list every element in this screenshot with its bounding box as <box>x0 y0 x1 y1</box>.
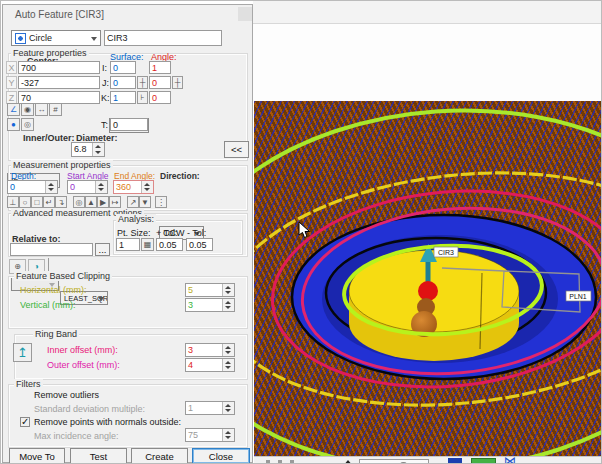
path-icon-2[interactable]: ○ <box>19 196 31 208</box>
angle-glyph: ∠ <box>10 105 17 114</box>
plane-id-label[interactable]: PLN1 <box>566 291 591 301</box>
plus-tol-input[interactable]: 0.05 <box>156 238 183 251</box>
move-to-button[interactable]: Move To <box>9 448 65 464</box>
depth-spinner[interactable]: 0 <box>7 180 58 194</box>
incidence-label: Max incidence angle: <box>34 431 119 441</box>
vector-mode-icon[interactable]: ∠ <box>7 103 20 116</box>
center-x-input[interactable]: 700 <box>18 61 100 74</box>
axis-y-label: Y <box>6 76 17 89</box>
relative-to-input[interactable] <box>10 243 93 256</box>
analysis-label: Analysis: <box>116 214 156 224</box>
close-button[interactable]: Close <box>192 448 250 464</box>
toolbar-dot-icon[interactable] <box>266 460 270 464</box>
width-mode-icon[interactable]: ↔ <box>35 103 48 116</box>
green-status-box[interactable] <box>471 458 496 464</box>
angle-1-input[interactable]: 1 <box>149 61 171 74</box>
angle-1-value: 1 <box>152 63 157 73</box>
probe-flag-icon[interactable]: ⋈ <box>504 456 516 464</box>
surface-flip-button[interactable]: ┼ <box>137 76 148 89</box>
point-mode-icon[interactable]: ◉ <box>21 103 34 116</box>
path-glyph-3: □ <box>35 198 40 207</box>
surface-j-value: 0 <box>113 78 118 88</box>
end-angle-value: 360 <box>114 181 141 193</box>
pt-size-label: Pt. Size: <box>117 228 151 238</box>
arrows-glyph: ↔ <box>38 105 46 114</box>
titlebar-button[interactable] <box>238 7 252 21</box>
path-icon-7[interactable]: ▲ <box>85 196 97 208</box>
path-icon-4[interactable]: ↵ <box>43 196 55 208</box>
graphics-viewport[interactable]: CIR3 PLN1 <box>254 101 602 456</box>
collapse-label: << <box>231 144 242 155</box>
path-icon-3[interactable]: □ <box>31 196 43 208</box>
surface-k-input[interactable]: 1 <box>110 91 136 104</box>
toolbar-dot-icon[interactable] <box>278 460 282 464</box>
inner-offset-spinner[interactable]: 3 <box>185 343 235 357</box>
horizontal-spinner[interactable]: 5 <box>185 283 235 297</box>
angle-flip-button[interactable]: ┼ <box>172 76 183 89</box>
start-angle-spinner[interactable]: 0 <box>67 180 108 194</box>
surface-i-input[interactable]: 0 <box>110 61 136 74</box>
t-input[interactable]: 0 <box>110 118 148 131</box>
center-y-input[interactable]: -327 <box>18 76 100 89</box>
horizontal-label: Horizontal (mm): <box>20 285 87 295</box>
dialog-title: Auto Feature [CIR3] <box>15 9 104 20</box>
inner-offset-value: 3 <box>186 344 222 356</box>
surface-pin-button[interactable]: ⊦ <box>137 91 148 104</box>
test-label: Test <box>90 451 107 462</box>
path-icon-9[interactable]: ↦ <box>109 196 121 208</box>
incidence-spinner[interactable]: 75 <box>185 428 235 442</box>
stddev-spinner[interactable]: 1 <box>185 401 235 415</box>
probe-dropdown-icon[interactable] <box>343 460 353 464</box>
end-angle-spinner[interactable]: 360 <box>113 180 154 194</box>
angle-2-value: 0 <box>152 78 157 88</box>
path-icon-5[interactable]: ↴ <box>55 196 67 208</box>
depth-spin-buttons[interactable] <box>45 181 57 193</box>
measure-toggle-icon[interactable]: ● <box>7 118 20 131</box>
ring-band-direction-icon[interactable]: ↥ <box>13 343 32 362</box>
path-glyph-4: ↵ <box>46 198 53 207</box>
incidence-spin-buttons[interactable] <box>222 429 234 441</box>
diameter-value: 6.8 <box>72 143 92 156</box>
path-glyph-5: ↴ <box>58 198 65 207</box>
start-spin-buttons[interactable] <box>95 181 107 193</box>
collapse-button[interactable]: << <box>224 141 249 158</box>
diameter-spin-buttons[interactable] <box>92 143 104 156</box>
browse-button[interactable]: ... <box>95 243 110 256</box>
outer-spin-buttons[interactable] <box>222 359 234 371</box>
mouse-cursor <box>298 221 311 239</box>
path-icon-8[interactable]: ▶ <box>97 196 109 208</box>
analysis-window-icon[interactable]: ▦ <box>141 238 154 251</box>
pt-size-input[interactable]: 1 <box>116 238 140 251</box>
minus-tol-input[interactable]: 0.05 <box>186 238 213 251</box>
path-icon-12[interactable]: ⋮ <box>155 196 167 208</box>
toolbar-dot-icon[interactable] <box>290 460 294 464</box>
end-spin-buttons[interactable] <box>141 181 153 193</box>
retro-toggle-icon[interactable]: ◎ <box>21 118 34 131</box>
create-button[interactable]: Create <box>131 448 188 464</box>
path-icon-6[interactable]: ◎ <box>73 196 85 208</box>
grid-mode-icon[interactable]: # <box>49 103 62 116</box>
surface-j-input[interactable]: 0 <box>110 76 136 89</box>
stddev-spin-buttons[interactable] <box>222 402 234 414</box>
feature-name-input[interactable]: CIR3 <box>104 30 222 46</box>
blue-tool-icon[interactable] <box>448 458 462 464</box>
vertical-spin-buttons[interactable] <box>222 299 234 311</box>
dialog-titlebar[interactable]: Auto Feature [CIR3] <box>3 5 252 24</box>
feature-id-label[interactable]: CIR3 <box>434 247 458 257</box>
surface-i-value: 0 <box>113 63 118 73</box>
feature-type-select[interactable]: Circle <box>11 30 101 46</box>
path-icon-10[interactable]: ↗ <box>127 196 139 208</box>
inner-spin-buttons[interactable] <box>222 344 234 356</box>
diameter-spinner[interactable]: 6.8 <box>71 142 105 157</box>
outer-offset-spinner[interactable]: 4 <box>185 358 235 372</box>
horizontal-spin-buttons[interactable] <box>222 284 234 296</box>
start-angle-value: 0 <box>68 181 95 193</box>
vertical-spinner[interactable]: 3 <box>185 298 235 312</box>
i-label: I: <box>102 63 107 73</box>
angle-3-input[interactable]: 0 <box>149 91 171 104</box>
test-button[interactable]: Test <box>70 448 127 464</box>
path-icon-1[interactable]: ⊥ <box>7 196 19 208</box>
angle-2-input[interactable]: 0 <box>149 76 171 89</box>
path-icon-11[interactable]: ▼ <box>139 196 151 208</box>
toolbar-frame[interactable] <box>359 459 429 464</box>
